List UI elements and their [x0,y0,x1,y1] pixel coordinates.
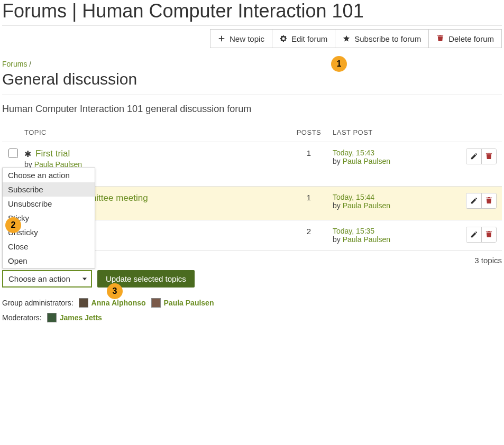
trash-icon [485,152,493,161]
edit-forum-label: Edit forum [291,34,327,43]
bulk-option[interactable]: Unsubscribe [3,197,95,211]
bulk-option[interactable]: Subscribe [3,182,95,197]
page-container: 1 2 3 4 Forums | Human Computer Interact… [2,0,502,322]
avatar [151,298,161,308]
pencil-icon [470,153,478,160]
star-icon [343,35,350,42]
callout-2: 2 [5,217,21,233]
edit-topic-button[interactable] [466,227,481,242]
bulk-action-row: Choose an action Subscribe Unsubscribe S… [2,270,502,288]
breadcrumb-sep: / [29,60,31,68]
edit-topic-button[interactable] [466,149,481,164]
delete-topic-button[interactable] [481,227,496,242]
lastpost-author-link[interactable]: Paula Paulsen [343,201,390,210]
new-topic-label: New topic [230,34,264,43]
bulk-option[interactable]: Choose an action [3,168,95,182]
admin-user-chip[interactable]: Paula Paulsen [151,298,214,308]
lastpost-author-link[interactable]: Paula Paulsen [343,157,390,165]
gear-icon [280,35,287,42]
lastpost-author-link[interactable]: Paula Paulsen [343,235,390,244]
topics-table-header: TOPIC POSTS LAST POST [2,124,502,142]
forum-subtitle: Human Computer Interaction 101 general d… [2,104,502,115]
edit-forum-button[interactable]: Edit forum [272,29,335,48]
divider [2,25,502,26]
page-title: Forums | Human Computer Interaction 101 [2,0,502,22]
trash-icon [485,230,493,239]
row-actions [466,227,497,243]
delete-topic-button[interactable] [481,193,496,208]
admin-user-chip[interactable]: Anna Alphonso [79,298,146,308]
row-actions [466,149,497,164]
bulk-option[interactable]: Open [3,254,95,268]
posts-count: 1 [285,149,333,180]
avatar [47,313,57,322]
row-actions [466,193,497,209]
subscribe-forum-label: Subscribe to forum [354,34,421,43]
forum-toolbar: New topic Edit forum Subscribe to forum … [2,29,502,48]
col-topic-header: TOPIC [24,128,285,136]
callout-3: 3 [107,283,123,299]
pencil-icon [470,197,478,205]
divider [2,95,502,95]
mods-label: Moderators: [2,313,42,322]
lastpost-time: Today, 15:43 [333,149,460,157]
mod-user-chip[interactable]: James Jetts [47,313,102,322]
trash-icon [485,196,493,206]
group-admins-row: Group administrators: Anna Alphonso Paul… [2,298,502,308]
delete-forum-button[interactable]: Delete forum [429,29,502,48]
plus-icon [218,35,225,42]
new-topic-button[interactable]: New topic [210,29,272,48]
col-posts-header: POSTS [285,128,333,136]
callout-1: 1 [331,56,347,72]
lastpost-byline: by Paula Paulsen [333,201,460,210]
topic-checkbox[interactable] [8,149,18,158]
moderators-row: Moderators: James Jetts [2,313,502,322]
bulk-option[interactable]: Close [3,239,95,254]
new-topic-icon: ✱ [24,149,31,159]
col-last-header: LAST POST [333,128,460,136]
bulk-action-select[interactable]: Choose an action [2,270,92,288]
avatar [79,298,88,308]
admins-label: Group administrators: [2,299,74,307]
posts-count: 2 [285,227,333,244]
trash-icon [436,34,444,43]
lastpost-byline: by Paula Paulsen [333,157,460,165]
forum-title: General discussion [2,70,502,88]
lastpost-time: Today, 15:35 [333,227,460,235]
bulk-select-wrap: Choose an action Subscribe Unsubscribe S… [2,270,92,288]
delete-topic-button[interactable] [481,149,496,164]
pencil-icon [470,231,478,238]
topic-link[interactable]: First trial [35,149,70,159]
edit-topic-button[interactable] [466,193,481,208]
delete-forum-label: Delete forum [448,34,494,43]
lastpost-time: Today, 15:44 [333,193,460,201]
posts-count: 1 [285,193,333,214]
breadcrumb: Forums / [2,60,502,68]
subscribe-forum-button[interactable]: Subscribe to forum [335,29,429,48]
breadcrumb-forums-link[interactable]: Forums [2,60,27,68]
lastpost-byline: by Paula Paulsen [333,235,460,244]
